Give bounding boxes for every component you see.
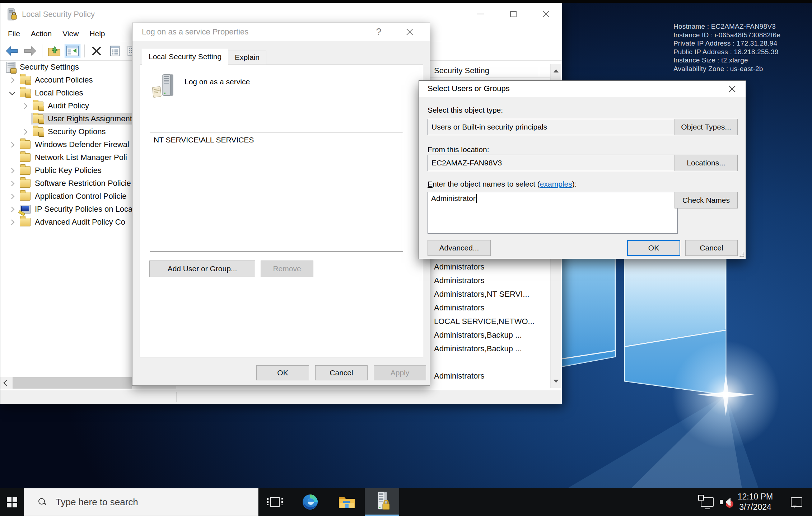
list-item[interactable]: Administrators — [434, 260, 549, 274]
add-user-or-group-button[interactable]: Add User or Group... — [149, 261, 255, 277]
select-users-or-groups-dialog: Select Users or Groups Select this objec… — [419, 80, 746, 259]
members-list[interactable]: NT SERVICE\ALL SERVICES — [150, 132, 403, 252]
edge-button[interactable] — [297, 488, 323, 516]
text-caret — [476, 194, 477, 203]
list-item[interactable] — [434, 356, 549, 369]
chevron-right-icon[interactable] — [6, 74, 18, 86]
task-view-icon — [270, 497, 280, 507]
check-names-button[interactable]: Check Names — [675, 192, 738, 208]
close-icon — [542, 10, 550, 18]
menu-file[interactable]: File — [3, 26, 25, 41]
object-type-field: Users or Built-in security principals — [428, 119, 678, 135]
folder-icon — [20, 218, 31, 226]
folder-icon — [20, 192, 31, 201]
chevron-right-icon[interactable] — [19, 99, 31, 112]
taskbar-search[interactable]: Type here to search — [24, 488, 258, 516]
scrollbar-thumb[interactable] — [13, 377, 132, 389]
list-item[interactable]: Administrators,Backup ... — [434, 328, 549, 342]
ec2-instance-size: Instance Size : t2.xlarge — [673, 56, 780, 65]
export-icon[interactable] — [46, 44, 62, 58]
object-types-button[interactable]: Object Types... — [675, 119, 738, 135]
policy-icon — [151, 74, 179, 100]
chevron-right-icon[interactable] — [6, 203, 18, 216]
chevron-right-icon[interactable] — [6, 190, 18, 203]
advanced-button[interactable]: Advanced... — [428, 240, 491, 256]
ok-button[interactable]: OK — [627, 240, 680, 256]
help-icon[interactable]: ? — [369, 23, 388, 41]
column-header-security-setting[interactable]: Security Setting — [434, 64, 489, 78]
scroll-up-icon[interactable] — [551, 64, 561, 78]
chevron-right-icon[interactable] — [6, 138, 18, 151]
status-bar — [0, 390, 562, 404]
taskbar: Type here to search — [0, 488, 812, 516]
close-button[interactable] — [399, 23, 420, 41]
dialog-titlebar[interactable]: Log on as a service Properties ? — [132, 23, 430, 41]
folder-icon — [20, 140, 31, 149]
forward-icon[interactable] — [22, 44, 38, 58]
network-tray-button[interactable] — [698, 488, 717, 516]
folder-icon — [20, 166, 31, 175]
from-location-label: From this location: — [428, 145, 489, 154]
volume-tray-button[interactable] — [716, 488, 734, 516]
log-on-as-a-service-properties-dialog: Log on as a service Properties ? Local S… — [132, 23, 430, 386]
close-button[interactable] — [722, 81, 742, 97]
back-icon[interactable] — [4, 44, 20, 58]
local-security-policy-taskbar-button[interactable] — [365, 488, 399, 516]
action-center-button[interactable] — [785, 488, 808, 516]
list-item[interactable]: Administrators,Backup ... — [434, 342, 549, 356]
expander-spacer — [6, 151, 18, 164]
list-item[interactable]: Administrators — [434, 274, 549, 287]
chevron-right-icon[interactable] — [6, 164, 18, 177]
ec2-instance-id: Instance ID : i-065a48f5730882f6e — [673, 31, 780, 39]
menu-action[interactable]: Action — [25, 26, 57, 41]
task-view-button[interactable] — [262, 488, 288, 516]
locations-button[interactable]: Locations... — [675, 155, 738, 171]
close-icon — [728, 85, 736, 93]
ok-button[interactable]: OK — [256, 365, 309, 380]
folder-lock-icon — [33, 102, 43, 110]
menu-view[interactable]: View — [57, 26, 84, 41]
tab-local-security-setting[interactable]: Local Security Setting — [142, 49, 228, 65]
maximize-button[interactable] — [502, 3, 524, 25]
dialog-titlebar[interactable]: Select Users or Groups — [419, 81, 746, 97]
maximize-icon — [510, 11, 517, 17]
scroll-down-icon[interactable] — [551, 374, 561, 388]
object-names-input[interactable]: Administrator — [428, 192, 678, 234]
chevron-right-icon[interactable] — [6, 216, 18, 229]
toolbar-separator — [42, 44, 42, 57]
list-item[interactable]: Administrators — [434, 369, 549, 383]
tab-explain[interactable]: Explain — [228, 51, 266, 64]
member-item[interactable]: NT SERVICE\ALL SERVICES — [154, 135, 399, 145]
ec2-instance-info: Hostname : EC2AMAZ-FAN98V3 Instance ID :… — [673, 22, 780, 73]
list-item[interactable]: Administrators,NT SERVI... — [434, 287, 549, 301]
close-button[interactable] — [535, 3, 557, 25]
folder-icon — [20, 153, 31, 162]
show-console-tree-icon[interactable] — [65, 44, 80, 58]
list-icon[interactable] — [107, 44, 123, 58]
local-security-policy-icon — [8, 8, 17, 21]
taskbar-clock[interactable]: 12:10 PM 3/7/2024 — [733, 488, 778, 516]
chevron-right-icon[interactable] — [6, 177, 18, 190]
menu-help[interactable]: Help — [84, 26, 110, 41]
remove-button: Remove — [261, 261, 313, 277]
list-item[interactable]: Administrators — [434, 301, 549, 315]
minimize-button[interactable] — [469, 3, 491, 25]
file-explorer-button[interactable] — [334, 488, 360, 516]
resize-grip[interactable] — [739, 252, 744, 257]
cancel-button[interactable]: Cancel — [315, 365, 368, 380]
delete-icon[interactable] — [89, 44, 104, 58]
ec2-hostname: Hostname : EC2AMAZ-FAN98V3 — [673, 22, 780, 31]
scroll-left-icon[interactable] — [0, 377, 11, 389]
volume-muted-icon — [720, 497, 731, 507]
clock-date: 3/7/2024 — [739, 502, 771, 512]
chevron-down-icon[interactable] — [6, 86, 18, 99]
folder-lock-icon — [20, 76, 31, 84]
examples-link[interactable]: examples — [540, 180, 572, 188]
ec2-private-ip: Private IP Address : 172.31.28.94 — [673, 39, 780, 48]
column-separator[interactable] — [539, 65, 539, 76]
cancel-button[interactable]: Cancel — [685, 240, 738, 256]
list-item[interactable]: LOCAL SERVICE,NETWO... — [434, 315, 549, 328]
chevron-right-icon[interactable] — [19, 125, 31, 138]
start-button[interactable] — [0, 488, 24, 516]
local-security-policy-icon — [374, 492, 390, 511]
